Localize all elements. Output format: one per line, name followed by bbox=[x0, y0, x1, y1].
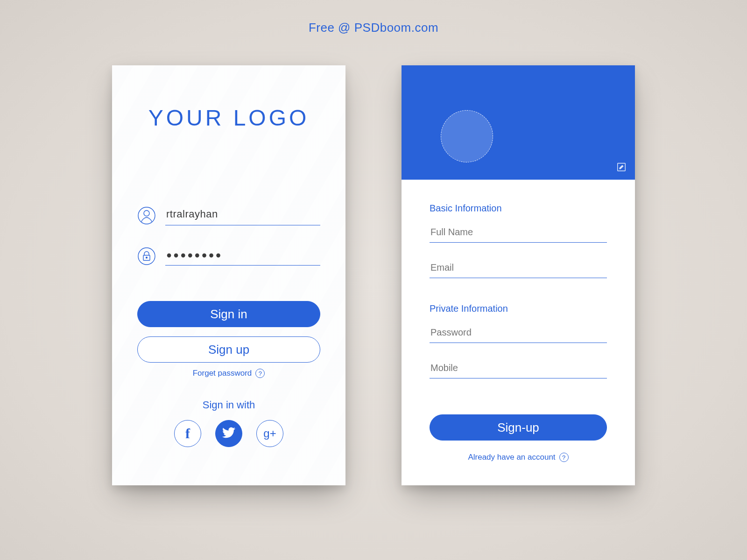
forgot-password-label: Forget password bbox=[193, 369, 252, 378]
lock-icon bbox=[137, 247, 156, 266]
svg-point-4 bbox=[146, 257, 148, 259]
svg-point-1 bbox=[144, 210, 149, 216]
already-have-account-label: Already have an account bbox=[468, 453, 555, 462]
signup-header bbox=[402, 65, 635, 180]
username-input[interactable] bbox=[165, 205, 320, 225]
private-section-title: Private Information bbox=[430, 303, 607, 314]
signup-button[interactable]: Sign up bbox=[137, 336, 320, 363]
avatar-upload[interactable] bbox=[441, 110, 493, 162]
password-input[interactable] bbox=[165, 247, 320, 266]
edit-icon[interactable] bbox=[616, 162, 627, 172]
mobile-input[interactable] bbox=[430, 361, 607, 378]
signup-card: Basic Information Private Information Si… bbox=[402, 65, 635, 485]
attribution-text: Free @ PSDboom.com bbox=[0, 21, 747, 35]
forgot-password-link[interactable]: Forget password ? bbox=[112, 369, 345, 378]
already-have-account-link[interactable]: Already have an account ? bbox=[402, 453, 635, 462]
svg-point-0 bbox=[138, 207, 155, 224]
svg-point-2 bbox=[138, 248, 155, 265]
facebook-button[interactable]: f bbox=[174, 420, 201, 447]
facebook-icon: f bbox=[185, 426, 190, 441]
fullname-input[interactable] bbox=[430, 225, 607, 243]
password-input[interactable] bbox=[430, 325, 607, 343]
help-icon: ? bbox=[559, 453, 569, 462]
signin-with-label: Sign in with bbox=[112, 399, 345, 411]
basic-section-title: Basic Information bbox=[430, 203, 607, 214]
twitter-icon bbox=[222, 426, 236, 441]
help-icon: ? bbox=[255, 369, 265, 378]
twitter-button[interactable] bbox=[215, 420, 242, 447]
google-plus-icon: g+ bbox=[263, 427, 276, 440]
login-card: YOUR LOGO bbox=[112, 65, 345, 485]
logo-text: YOUR LOGO bbox=[112, 105, 345, 131]
signin-button[interactable]: Sign in bbox=[137, 301, 320, 327]
google-plus-button[interactable]: g+ bbox=[256, 420, 283, 447]
signup-submit-button[interactable]: Sign-up bbox=[430, 414, 607, 441]
email-input[interactable] bbox=[430, 260, 607, 278]
user-icon bbox=[137, 206, 156, 225]
